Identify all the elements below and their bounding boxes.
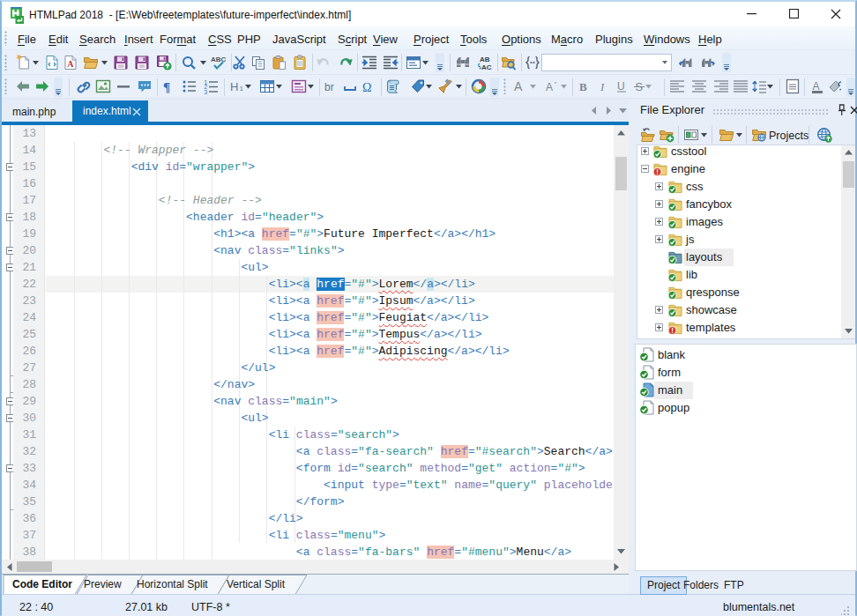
svg-text:H: H bbox=[230, 80, 238, 93]
svg-text:Horizontal Split: Horizontal Split bbox=[137, 578, 208, 590]
svg-text:1: 1 bbox=[240, 85, 244, 93]
svg-text:ABC: ABC bbox=[211, 56, 227, 63]
svg-text:A: A bbox=[514, 79, 523, 93]
svg-text:br: br bbox=[324, 81, 334, 93]
svg-text:Vertical Split: Vertical Split bbox=[227, 578, 286, 590]
svg-text:I: I bbox=[600, 80, 605, 93]
svg-text:Preview: Preview bbox=[84, 578, 122, 590]
svg-text:A: A bbox=[67, 59, 74, 69]
svg-text:Ω: Ω bbox=[362, 81, 371, 94]
svg-text:U: U bbox=[617, 80, 625, 93]
svg-text:B: B bbox=[579, 80, 587, 93]
svg-text:A: A bbox=[546, 81, 553, 93]
svg-text:¶: ¶ bbox=[163, 80, 170, 94]
svg-text:AC: AC bbox=[481, 63, 492, 71]
svg-text:Code Editor: Code Editor bbox=[12, 578, 72, 590]
svg-text:3: 3 bbox=[205, 89, 208, 95]
svg-text:A: A bbox=[813, 80, 820, 93]
